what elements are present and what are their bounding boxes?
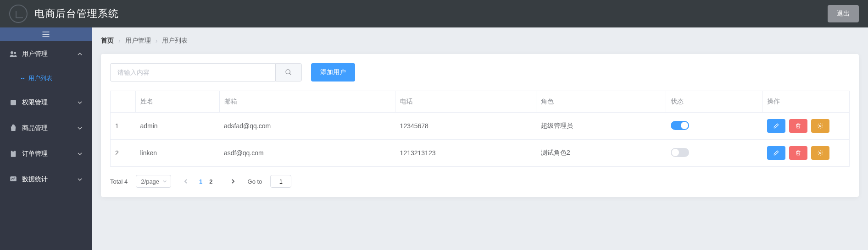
cell-index: 2 [111,140,136,167]
page-number[interactable]: 1 [199,178,202,185]
col-header-role: 角色 [536,91,666,113]
goods-icon [9,124,17,132]
app-title: 电商后台管理系统 [34,7,119,21]
chevron-left-icon [183,179,189,184]
cell-actions [762,140,850,167]
chevron-down-icon [77,100,83,105]
chevron-right-icon [230,179,236,184]
key-icon [9,98,17,107]
breadcrumb-home[interactable]: 首页 [101,37,114,45]
table-row: 1 admin adsfad@qq.com 12345678 超级管理员 [111,113,850,140]
status-switch[interactable] [671,121,689,130]
gear-icon [817,123,823,129]
page-number[interactable]: 2 [209,178,212,185]
sidebar-item-label: 用户管理 [22,50,77,58]
pagination: Total 4 2/page 12 Go to [110,175,850,188]
cell-phone: 1213213123 [395,140,536,167]
sidebar-item-orders[interactable]: 订单管理 [0,141,92,167]
search-icon [285,69,292,76]
cell-phone: 12345678 [395,113,536,140]
setting-button[interactable] [811,119,829,133]
cell-role: 超级管理员 [536,113,666,140]
sidebar-item-label: 订单管理 [22,150,77,158]
svg-rect-7 [12,150,15,152]
svg-point-3 [11,51,13,54]
gear-icon [817,150,823,156]
svg-rect-5 [11,100,16,105]
sidebar-subitem-user-list[interactable]: ▪▪ 用户列表 [0,67,92,90]
logout-button[interactable]: 退出 [828,5,859,22]
sidebar-item-label: 商品管理 [22,124,77,132]
next-page-button[interactable] [227,175,239,188]
cell-email: asdf@qq.com [219,140,395,167]
svg-point-4 [14,52,17,54]
edit-icon [773,123,779,129]
edit-icon [773,150,779,156]
col-header-index [111,91,136,113]
main-content: 首页 › 用户管理 › 用户列表 添加用户 [92,27,868,250]
cell-index: 1 [111,113,136,140]
delete-button[interactable] [789,146,807,160]
pagination-total: Total 4 [110,178,128,185]
cell-status [666,113,762,140]
setting-button[interactable] [811,146,829,160]
sidebar-item-stats[interactable]: 数据统计 [0,167,92,192]
search-button[interactable] [275,63,302,82]
order-icon [9,150,17,158]
cell-email: adsfad@qq.com [219,113,395,140]
svg-point-11 [819,125,821,127]
breadcrumb-page: 用户列表 [162,37,188,45]
edit-button[interactable] [767,119,785,133]
sidebar-subitem-label: 用户列表 [28,74,52,82]
cell-name: admin [136,113,220,140]
col-header-status: 状态 [666,91,762,113]
table-row: 2 linken asdf@qq.com 1213213123 测试角色2 [111,140,850,167]
chevron-down-icon [77,125,83,131]
prev-page-button[interactable] [179,175,192,188]
content-card: 添加用户 姓名 邮箱 电话 角色 状态 操作 1 admin ad [101,54,859,197]
trash-icon [795,150,801,156]
chevron-down-icon [162,179,167,184]
col-header-actions: 操作 [762,91,850,113]
chart-icon [9,175,17,184]
breadcrumb: 首页 › 用户管理 › 用户列表 [101,37,859,45]
goto-input[interactable] [270,175,291,188]
sidebar-item-label: 数据统计 [22,175,77,184]
chevron-down-icon [77,177,83,182]
svg-point-12 [819,152,821,154]
user-table: 姓名 邮箱 电话 角色 状态 操作 1 admin adsfad@qq.com … [110,91,850,167]
search-input[interactable] [110,63,275,82]
sidebar-item-users[interactable]: 用户管理 [0,41,92,67]
trash-icon [795,123,801,129]
chevron-down-icon [77,151,83,157]
breadcrumb-group[interactable]: 用户管理 [125,37,151,45]
cell-role: 测试角色2 [536,140,666,167]
page-size-value: 2/page [141,178,159,185]
status-switch[interactable] [671,148,689,157]
edit-button[interactable] [767,146,785,160]
menu-dot-icon: ▪▪ [21,75,25,82]
users-icon [9,50,17,58]
sidebar-item-permissions[interactable]: 权限管理 [0,90,92,115]
svg-rect-6 [11,151,16,157]
col-header-phone: 电话 [395,91,536,113]
sidebar-item-label: 权限管理 [22,98,77,107]
header: 电商后台管理系统 退出 [0,0,868,27]
header-left: 电商后台管理系统 [9,5,119,23]
svg-line-10 [289,73,291,75]
col-header-email: 邮箱 [219,91,395,113]
delete-button[interactable] [789,119,807,133]
add-user-button[interactable]: 添加用户 [311,63,355,82]
col-header-name: 姓名 [136,91,220,113]
page-nav: 12 [179,175,239,188]
cell-actions [762,113,850,140]
chevron-up-icon [77,51,83,57]
page-size-select[interactable]: 2/page [136,175,171,188]
collapse-toggle[interactable] [0,27,92,41]
chevron-right-icon: › [156,37,158,44]
toolbar: 添加用户 [110,63,850,82]
table-header-row: 姓名 邮箱 电话 角色 状态 操作 [111,91,850,113]
goto-label: Go to [248,178,262,185]
sidebar-item-goods[interactable]: 商品管理 [0,115,92,141]
sidebar: 用户管理 ▪▪ 用户列表 权限管理 商品管理 订单管理 数据统计 [0,27,92,250]
